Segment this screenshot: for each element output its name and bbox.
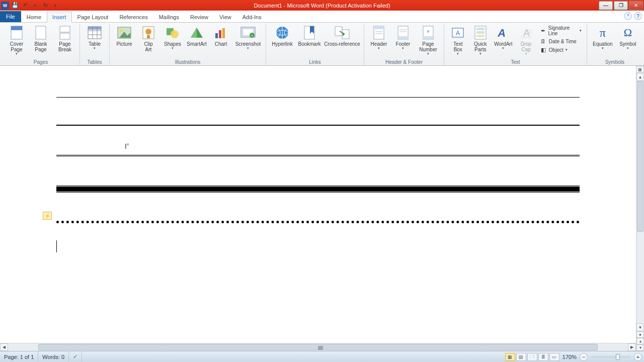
restore-button[interactable]: ❐ bbox=[614, 1, 628, 10]
qat-redo-button[interactable]: ↻ bbox=[40, 1, 50, 11]
view-full-screen-button[interactable]: ▤ bbox=[516, 353, 526, 361]
symbol-button[interactable]: Ω Symbol ▾ bbox=[616, 24, 639, 50]
minimize-button[interactable]: — bbox=[599, 1, 613, 10]
ruler-toggle-button[interactable]: ▦ bbox=[636, 66, 644, 73]
cross-reference-button[interactable]: Cross-reference bbox=[324, 24, 361, 47]
clip-art-icon bbox=[140, 25, 156, 41]
group-symbols-label: Symbols bbox=[590, 59, 639, 66]
cover-page-button[interactable]: Cover Page ▾ bbox=[5, 24, 28, 55]
smartart-icon bbox=[189, 25, 205, 41]
scroll-down-button[interactable]: ▼ bbox=[636, 323, 644, 331]
shapes-button[interactable]: Shapes ▾ bbox=[161, 24, 184, 50]
blank-page-icon bbox=[33, 25, 49, 41]
shapes-icon bbox=[165, 25, 181, 41]
zoom-in-button[interactable]: + bbox=[634, 353, 642, 361]
blank-page-button[interactable]: Blank Page bbox=[29, 24, 52, 52]
tab-page-layout[interactable]: Page Layout bbox=[72, 11, 114, 22]
group-illustrations-label: Illustrations bbox=[113, 59, 263, 66]
proofing-icon: ✓ bbox=[73, 353, 77, 360]
close-button[interactable]: ✕ bbox=[629, 1, 643, 10]
zoom-out-button[interactable]: − bbox=[580, 353, 588, 361]
clip-art-button[interactable]: Clip Art bbox=[137, 24, 160, 52]
qat-undo-button[interactable]: ↶ bbox=[20, 1, 30, 11]
horizontal-scrollbar[interactable]: ◀ ▶ bbox=[0, 343, 636, 351]
horizontal-scroll-thumb[interactable] bbox=[38, 344, 598, 350]
qat-undo-dropdown[interactable]: ▾ bbox=[30, 1, 40, 11]
status-page[interactable]: Page: 1 of 1 bbox=[0, 351, 38, 362]
view-outline-button[interactable]: ≣ bbox=[538, 353, 548, 361]
text-box-button[interactable]: A Text Box ▾ bbox=[447, 24, 469, 55]
tab-insert[interactable]: Insert bbox=[47, 12, 72, 23]
bookmark-button[interactable]: Bookmark bbox=[296, 24, 323, 47]
browse-object-button[interactable]: ● bbox=[636, 331, 644, 338]
date-time-button[interactable]: 🗓Date & Time bbox=[538, 37, 584, 45]
scroll-up-button[interactable]: ▲ bbox=[636, 73, 644, 81]
svg-rect-46 bbox=[423, 36, 433, 39]
table-button[interactable]: Table ▾ bbox=[83, 24, 106, 50]
document-area[interactable]: I≡ ⚡ bbox=[0, 66, 636, 351]
svg-rect-22 bbox=[219, 30, 221, 38]
zoom-slider-knob[interactable] bbox=[616, 354, 620, 360]
tab-view[interactable]: View bbox=[214, 11, 237, 22]
minimize-ribbon-button[interactable]: ˄ bbox=[624, 12, 632, 20]
svg-point-12 bbox=[120, 29, 123, 32]
view-draft-button[interactable]: ▭ bbox=[549, 353, 559, 361]
footer-button[interactable]: Footer ▾ bbox=[391, 24, 415, 50]
tab-add-ins[interactable]: Add-Ins bbox=[237, 11, 267, 22]
zoom-level[interactable]: 170% bbox=[560, 354, 579, 360]
help-button[interactable]: ? bbox=[634, 12, 642, 20]
header-button[interactable]: Header ▾ bbox=[367, 24, 390, 50]
svg-text:A: A bbox=[456, 30, 460, 37]
equation-icon: π bbox=[595, 25, 611, 41]
next-page-button[interactable]: ▾ bbox=[636, 344, 644, 351]
svg-rect-16 bbox=[147, 35, 150, 38]
scroll-right-button[interactable]: ▶ bbox=[628, 343, 636, 351]
page-number-icon: # bbox=[420, 25, 436, 41]
picture-button[interactable]: Picture bbox=[113, 24, 136, 47]
object-button[interactable]: ◧Object▾ bbox=[538, 46, 584, 54]
autoformat-options-button[interactable]: ⚡ bbox=[43, 212, 52, 220]
document-page[interactable] bbox=[0, 66, 636, 252]
ribbon-insert: Cover Page ▾ Blank Page Page Break Pages… bbox=[0, 23, 644, 66]
ribbon-tabs: File Home Insert Page Layout References … bbox=[0, 11, 644, 23]
status-proofing[interactable]: ✓ bbox=[69, 351, 82, 362]
chart-button[interactable]: Chart bbox=[209, 24, 232, 47]
wordart-icon: A bbox=[495, 25, 511, 41]
qat-save-button[interactable]: 💾 bbox=[10, 1, 20, 11]
status-words[interactable]: Words: 0 bbox=[38, 351, 69, 362]
text-box-icon: A bbox=[450, 25, 466, 41]
vertical-scrollbar[interactable]: ▦ ▲ ▼ ● ▴ ▾ bbox=[636, 66, 644, 351]
zoom-slider[interactable] bbox=[591, 356, 631, 358]
drop-cap-icon: A bbox=[518, 25, 534, 41]
wordart-button[interactable]: A WordArt ▾ bbox=[492, 24, 514, 50]
table-icon bbox=[87, 25, 103, 41]
quick-parts-button[interactable]: Quick Parts ▾ bbox=[470, 24, 492, 55]
tab-file[interactable]: File bbox=[0, 11, 21, 22]
word-app-icon[interactable]: W bbox=[0, 1, 10, 11]
screenshot-icon: + bbox=[240, 25, 256, 41]
svg-text:A: A bbox=[497, 27, 507, 39]
screenshot-button[interactable]: + Screenshot ▾ bbox=[233, 24, 263, 50]
tab-references[interactable]: References bbox=[114, 11, 153, 22]
view-print-layout-button[interactable]: ▦ bbox=[505, 353, 515, 361]
tab-mailings[interactable]: Mailings bbox=[153, 11, 185, 22]
signature-line-button[interactable]: ✒Signature Line▾ bbox=[538, 25, 584, 37]
hyperlink-button[interactable]: Hyperlink bbox=[269, 24, 295, 47]
tab-review[interactable]: Review bbox=[185, 11, 214, 22]
svg-text:A: A bbox=[523, 27, 530, 38]
svg-rect-21 bbox=[215, 33, 218, 38]
equation-button[interactable]: π Equation ▾ bbox=[590, 24, 615, 50]
vertical-scroll-thumb[interactable] bbox=[637, 81, 643, 232]
horizontal-scroll-track[interactable] bbox=[8, 343, 628, 351]
smartart-button[interactable]: SmartArt bbox=[185, 24, 208, 47]
svg-rect-10 bbox=[88, 27, 101, 30]
page-number-button[interactable]: # Page Number ▾ bbox=[416, 24, 441, 55]
view-web-layout-button[interactable]: 📄 bbox=[527, 353, 537, 361]
header-icon bbox=[371, 25, 387, 41]
previous-page-button[interactable]: ▴ bbox=[636, 338, 644, 344]
tab-home[interactable]: Home bbox=[21, 11, 47, 22]
object-icon: ◧ bbox=[540, 46, 547, 53]
qat-customize-dropdown[interactable]: ▾ bbox=[50, 1, 60, 11]
page-break-button[interactable]: Page Break bbox=[53, 24, 76, 52]
scroll-left-button[interactable]: ◀ bbox=[0, 343, 8, 351]
